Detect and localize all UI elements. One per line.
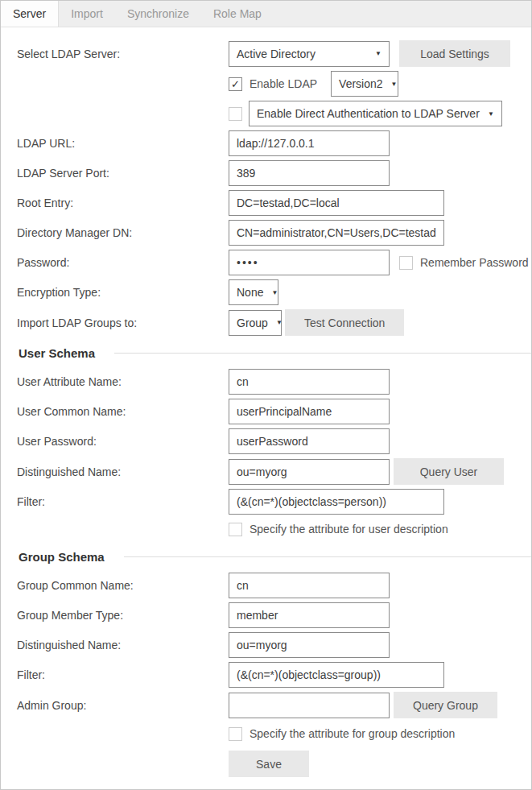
tab-bar: Server Import Synchronize Role Map bbox=[1, 1, 531, 27]
remember-password-label: Remember Password bbox=[420, 256, 529, 269]
row-ldap-port: LDAP Server Port: bbox=[1, 160, 531, 186]
enable-ldap-label: Enable LDAP bbox=[250, 77, 317, 90]
direct-auth-select-value: Enable Direct Authentication to LDAP Ser… bbox=[257, 107, 480, 120]
user-filter-label: Filter: bbox=[17, 495, 229, 508]
row-user-filter: Filter: bbox=[1, 489, 531, 515]
row-manager-dn: Directory Manager DN: bbox=[1, 220, 531, 246]
import-groups-value: Group bbox=[237, 316, 268, 329]
row-import-groups: Import LDAP Groups to: Group ▼ Test Conn… bbox=[1, 309, 531, 336]
encryption-type-value: None bbox=[237, 286, 263, 299]
row-group-desc-checkbox: Specify the attribute for group descript… bbox=[1, 723, 531, 744]
group-dn-label: Distinguished Name: bbox=[17, 639, 229, 651]
query-user-button[interactable]: Query User bbox=[394, 458, 504, 485]
row-ldap-url: LDAP URL: bbox=[1, 130, 531, 156]
manager-dn-input[interactable] bbox=[229, 220, 444, 246]
user-description-checkbox[interactable] bbox=[229, 523, 242, 536]
admin-group-label: Admin Group: bbox=[17, 699, 229, 712]
row-root-entry: Root Entry: bbox=[1, 190, 531, 216]
user-common-name-label: User Common Name: bbox=[17, 405, 229, 418]
remember-password-checkbox[interactable] bbox=[399, 256, 413, 270]
user-attr-name-label: User Attribute Name: bbox=[17, 375, 229, 388]
row-save: Save bbox=[1, 751, 531, 777]
tab-import[interactable]: Import bbox=[59, 1, 115, 27]
encryption-type-select[interactable]: None ▼ bbox=[229, 279, 278, 305]
row-group-dn: Distinguished Name: bbox=[1, 632, 531, 658]
group-description-label: Specify the attribute for group descript… bbox=[250, 727, 455, 740]
row-user-attr-name: User Attribute Name: bbox=[1, 369, 531, 395]
section-divider bbox=[114, 353, 531, 354]
tab-server[interactable]: Server bbox=[1, 1, 59, 27]
row-group-member-type: Group Member Type: bbox=[1, 602, 531, 628]
group-dn-input[interactable] bbox=[229, 632, 390, 658]
row-enable-ldap: ✓ Enable LDAP Version2 ▼ bbox=[1, 71, 531, 97]
user-schema-section-header: User Schema bbox=[1, 346, 531, 360]
admin-group-input[interactable] bbox=[229, 693, 390, 718]
user-password-input[interactable] bbox=[229, 428, 390, 454]
chevron-down-icon: ▼ bbox=[391, 81, 398, 88]
group-filter-label: Filter: bbox=[17, 668, 229, 681]
save-button[interactable]: Save bbox=[229, 751, 309, 777]
chevron-down-icon: ▼ bbox=[271, 289, 278, 296]
enable-ldap-checkbox[interactable]: ✓ bbox=[229, 77, 242, 91]
user-filter-input[interactable] bbox=[229, 489, 444, 515]
import-groups-select[interactable]: Group ▼ bbox=[229, 310, 282, 336]
import-groups-label: Import LDAP Groups to: bbox=[17, 316, 229, 329]
user-schema-heading: User Schema bbox=[19, 346, 95, 360]
user-password-label: User Password: bbox=[17, 435, 229, 448]
chevron-down-icon: ▼ bbox=[488, 110, 494, 118]
password-label: Password: bbox=[17, 256, 229, 269]
ldap-server-select[interactable]: Active Directory ▼ bbox=[229, 41, 390, 67]
group-common-name-input[interactable] bbox=[229, 573, 390, 598]
group-common-name-label: Group Common Name: bbox=[17, 579, 229, 592]
row-group-common-name: Group Common Name: bbox=[1, 573, 531, 598]
group-member-type-input[interactable] bbox=[229, 602, 390, 628]
ldap-port-label: LDAP Server Port: bbox=[17, 167, 229, 180]
row-user-desc-checkbox: Specify the attribute for user descripti… bbox=[1, 519, 531, 540]
manager-dn-label: Directory Manager DN: bbox=[17, 226, 229, 239]
tab-synchronize[interactable]: Synchronize bbox=[115, 1, 201, 27]
chevron-down-icon: ▼ bbox=[375, 50, 381, 57]
ldap-version-select[interactable]: Version2 ▼ bbox=[331, 71, 398, 97]
password-input[interactable] bbox=[229, 250, 390, 275]
row-user-password: User Password: bbox=[1, 428, 531, 454]
row-user-common-name: User Common Name: bbox=[1, 399, 531, 424]
ldap-settings-page: Server Import Synchronize Role Map Selec… bbox=[0, 0, 532, 790]
row-user-dn: Distinguished Name: Query User bbox=[1, 458, 531, 485]
select-ldap-server-label: Select LDAP Server: bbox=[17, 48, 229, 60]
group-schema-section-header: Group Schema bbox=[1, 550, 531, 564]
user-dn-label: Distinguished Name: bbox=[17, 465, 229, 478]
direct-auth-select[interactable]: Enable Direct Authentication to LDAP Ser… bbox=[249, 101, 502, 126]
ldap-url-input[interactable] bbox=[229, 130, 390, 156]
row-password: Password: Remember Password bbox=[1, 250, 531, 275]
user-attr-name-input[interactable] bbox=[229, 369, 390, 395]
load-settings-button[interactable]: Load Settings bbox=[399, 40, 510, 67]
user-dn-input[interactable] bbox=[229, 459, 390, 485]
checkmark-icon: ✓ bbox=[231, 78, 240, 90]
ldap-port-input[interactable] bbox=[229, 160, 390, 186]
group-description-checkbox[interactable] bbox=[229, 727, 242, 741]
root-entry-label: Root Entry: bbox=[17, 196, 229, 209]
chevron-down-icon: ▼ bbox=[276, 319, 282, 326]
row-select-ldap-server: Select LDAP Server: Active Directory ▼ L… bbox=[1, 40, 531, 67]
row-admin-group: Admin Group: Query Group bbox=[1, 692, 531, 718]
encryption-type-label: Encryption Type: bbox=[17, 286, 229, 299]
row-direct-auth: Enable Direct Authentication to LDAP Ser… bbox=[1, 101, 531, 126]
ldap-server-select-value: Active Directory bbox=[237, 48, 315, 60]
user-common-name-input[interactable] bbox=[229, 399, 390, 424]
group-schema-heading: Group Schema bbox=[19, 550, 105, 564]
row-encryption-type: Encryption Type: None ▼ bbox=[1, 279, 531, 305]
ldap-version-value: Version2 bbox=[339, 77, 382, 90]
test-connection-button[interactable]: Test Connection bbox=[285, 309, 404, 336]
tab-role-map[interactable]: Role Map bbox=[201, 1, 274, 27]
ldap-url-label: LDAP URL: bbox=[17, 137, 229, 150]
root-entry-input[interactable] bbox=[229, 190, 444, 216]
group-filter-input[interactable] bbox=[229, 662, 444, 688]
row-group-filter: Filter: bbox=[1, 662, 531, 688]
section-divider bbox=[124, 556, 531, 557]
user-description-label: Specify the attribute for user descripti… bbox=[250, 523, 448, 536]
direct-auth-checkbox[interactable] bbox=[229, 107, 242, 121]
group-member-type-label: Group Member Type: bbox=[17, 609, 229, 622]
query-group-button[interactable]: Query Group bbox=[394, 692, 497, 718]
server-tab-content: Select LDAP Server: Active Directory ▼ L… bbox=[1, 27, 531, 777]
